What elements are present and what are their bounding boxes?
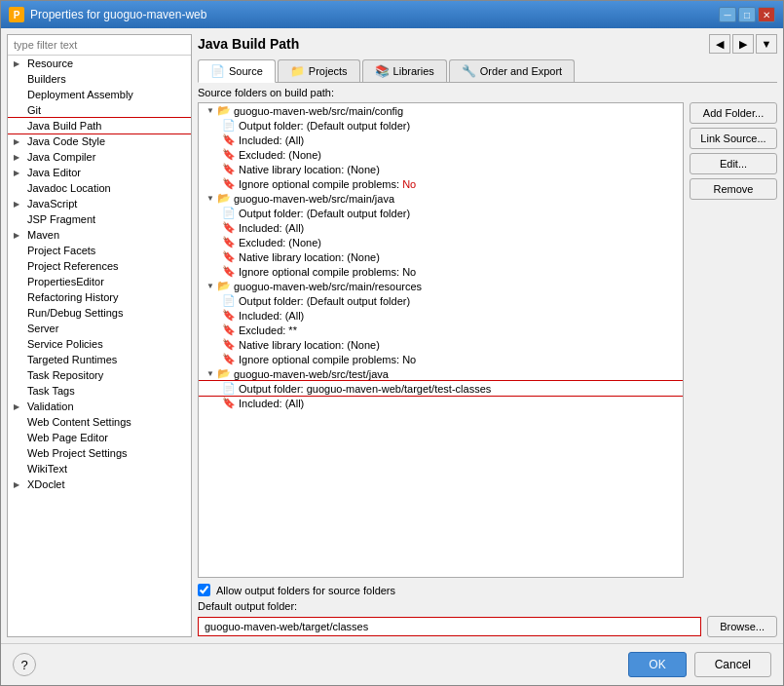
nav-menu-button[interactable]: ▼ (756, 34, 777, 54)
source-buttons: Add Folder... Link Source... Edit... Rem… (690, 102, 777, 578)
sidebar-item-wikitext[interactable]: WikiText (8, 461, 191, 476)
sidebar-item-javascript[interactable]: JavaScript (8, 196, 191, 211)
back-button[interactable]: ◀ (709, 34, 730, 54)
expand-icon-res: ▼ (206, 282, 214, 290)
sidebar-item-project-facets[interactable]: Project Facets (8, 243, 191, 258)
node-test-output[interactable]: 📄 Output folder: guoguo-maven-web/target… (199, 381, 683, 396)
sidebar-item-web-page[interactable]: Web Page Editor (8, 430, 191, 445)
node-test-folder[interactable]: ▼ 📂 guoguo-maven-web/src/test/java (199, 366, 683, 381)
order-tab-icon: 🔧 (462, 64, 476, 78)
sidebar-item-resource[interactable]: Resource (8, 56, 191, 71)
minimize-button[interactable]: ─ (719, 7, 736, 22)
expand-icon-test: ▼ (206, 369, 214, 378)
sidebar-item-run-debug[interactable]: Run/Debug Settings (8, 305, 191, 321)
node-resources-folder[interactable]: ▼ 📂 guoguo-maven-web/src/main/resources (199, 279, 683, 293)
tab-libraries[interactable]: 📚 Libraries (362, 59, 447, 82)
allow-output-checkbox[interactable] (198, 584, 210, 596)
sidebar-item-xdoclet[interactable]: XDoclet (8, 476, 191, 492)
node-java-output[interactable]: 📄 Output folder: (Default output folder) (199, 206, 683, 220)
sidebar-item-web-content[interactable]: Web Content Settings (8, 414, 191, 430)
sidebar-item-properties-editor[interactable]: PropertiesEditor (8, 274, 191, 289)
browse-button[interactable]: Browse... (707, 616, 777, 637)
sidebar-item-deployment[interactable]: Deployment Assembly (8, 87, 191, 102)
forward-button[interactable]: ▶ (732, 34, 754, 54)
title-bar-left: P Properties for guoguo-maven-web (9, 7, 206, 22)
tab-projects[interactable]: 📁 Projects (278, 59, 360, 82)
included-icon: 🔖 (222, 133, 236, 146)
cancel-button[interactable]: Cancel (694, 652, 771, 677)
help-button[interactable]: ? (13, 653, 36, 676)
sidebar: Resource Builders Deployment Assembly Gi… (7, 34, 192, 637)
sidebar-item-task-repository[interactable]: Task Repository (8, 367, 191, 383)
node-res-ignore[interactable]: 🔖 Ignore optional compile problems: No (199, 352, 683, 366)
maximize-button[interactable]: □ (738, 7, 756, 22)
folder-icon-java: 📂 (217, 192, 231, 205)
node-java-ignore[interactable]: 🔖 Ignore optional compile problems: No (199, 264, 683, 279)
source-panel: Source folders on build path: ▼ 📂 guoguo… (198, 87, 777, 637)
default-output-label: Default output folder: (198, 600, 777, 612)
source-tree-area: ▼ 📂 guoguo-maven-web/src/main/config 📄 O… (198, 102, 777, 578)
expand-icon-java: ▼ (206, 194, 214, 203)
node-config-native[interactable]: 🔖 Native library location: (None) (199, 162, 683, 176)
node-java-folder[interactable]: ▼ 📂 guoguo-maven-web/src/main/java (199, 191, 683, 206)
sidebar-item-javadoc[interactable]: Javadoc Location (8, 180, 191, 196)
sidebar-item-maven[interactable]: Maven (8, 227, 191, 243)
node-config-output-label: Output folder: (Default output folder) (239, 120, 410, 132)
node-java-excluded-label: Excluded: (None) (239, 237, 321, 248)
node-config-native-label: Native library location: (None) (239, 164, 380, 175)
sidebar-item-server[interactable]: Server (8, 321, 191, 336)
node-java-ignore-label: Ignore optional compile problems: No (239, 266, 416, 278)
node-test-label: guoguo-maven-web/src/test/java (234, 368, 389, 380)
node-java-included[interactable]: 🔖 Included: (All) (199, 220, 683, 235)
bottom-section: Allow output folders for source folders … (198, 584, 777, 637)
sidebar-item-java-code-style[interactable]: Java Code Style (8, 133, 191, 149)
remove-button[interactable]: Remove (690, 178, 777, 200)
sidebar-item-targeted-runtimes[interactable]: Targeted Runtimes (8, 352, 191, 367)
tab-source[interactable]: 📄 Source (198, 59, 276, 83)
node-config-ignore[interactable]: 🔖 Ignore optional compile problems: No (199, 176, 683, 191)
node-config-included[interactable]: 🔖 Included: (All) (199, 133, 683, 147)
sidebar-item-git[interactable]: Git (8, 102, 191, 118)
window-icon: P (9, 7, 24, 22)
node-config-output[interactable]: 📄 Output folder: (Default output folder) (199, 118, 683, 133)
close-button[interactable]: ✕ (758, 7, 775, 22)
node-test-included[interactable]: 🔖 Included: (All) (199, 396, 683, 410)
filter-input[interactable] (8, 35, 191, 56)
native-icon: 🔖 (222, 163, 236, 175)
sidebar-item-task-tags[interactable]: Task Tags (8, 383, 191, 399)
output-icon: 📄 (222, 119, 236, 132)
ok-button[interactable]: OK (628, 652, 686, 677)
sidebar-item-jsp-fragment[interactable]: JSP Fragment (8, 211, 191, 227)
res-included-icon: 🔖 (222, 309, 236, 322)
sidebar-item-service-policies[interactable]: Service Policies (8, 336, 191, 352)
node-config-excluded-label: Excluded: (None) (239, 149, 321, 161)
window-title: Properties for guoguo-maven-web (30, 8, 206, 21)
sidebar-item-java-editor[interactable]: Java Editor (8, 165, 191, 180)
node-res-output[interactable]: 📄 Output folder: (Default output folder) (199, 293, 683, 308)
source-tab-icon: 📄 (210, 64, 225, 78)
sidebar-item-project-refs[interactable]: Project References (8, 258, 191, 274)
node-java-included-label: Included: (All) (239, 222, 304, 234)
default-output-input[interactable] (198, 617, 701, 636)
node-java-native[interactable]: 🔖 Native library location: (None) (199, 249, 683, 264)
sidebar-item-web-project[interactable]: Web Project Settings (8, 445, 191, 461)
tabs-bar: 📄 Source 📁 Projects 📚 Libraries 🔧 Order … (198, 59, 777, 83)
sidebar-item-refactoring[interactable]: Refactoring History (8, 289, 191, 305)
node-config-folder[interactable]: ▼ 📂 guoguo-maven-web/src/main/config (199, 103, 683, 118)
sidebar-item-builders[interactable]: Builders (8, 71, 191, 87)
sidebar-item-validation[interactable]: Validation (8, 399, 191, 414)
res-excluded-icon: 🔖 (222, 324, 236, 336)
sidebar-item-java-build-path[interactable]: Java Build Path (8, 118, 191, 133)
node-config-excluded[interactable]: 🔖 Excluded: (None) (199, 147, 683, 162)
edit-button[interactable]: Edit... (690, 153, 777, 174)
node-res-excluded[interactable]: 🔖 Excluded: ** (199, 323, 683, 337)
add-folder-button[interactable]: Add Folder... (690, 102, 777, 124)
content-area: Resource Builders Deployment Assembly Gi… (1, 28, 783, 685)
sidebar-item-java-compiler[interactable]: Java Compiler (8, 149, 191, 165)
link-source-button[interactable]: Link Source... (690, 128, 777, 149)
node-res-included[interactable]: 🔖 Included: (All) (199, 308, 683, 323)
node-java-excluded[interactable]: 🔖 Excluded: (None) (199, 235, 683, 249)
tab-order-export[interactable]: 🔧 Order and Export (449, 59, 575, 82)
folder-icon-config: 📂 (217, 104, 231, 117)
node-res-native[interactable]: 🔖 Native library location: (None) (199, 337, 683, 352)
